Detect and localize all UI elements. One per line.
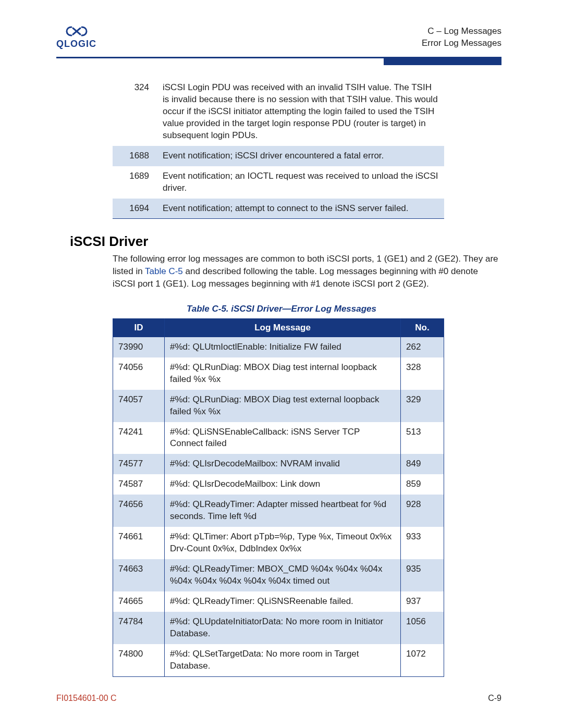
row-no: 928 — [401, 495, 444, 527]
header-right: C – Log Messages Error Log Messages — [422, 26, 501, 50]
page-number: C-9 — [488, 694, 501, 703]
header-chapter: C – Log Messages — [422, 26, 501, 38]
row-no: 262 — [401, 337, 444, 357]
row-no: 937 — [401, 591, 444, 612]
table-row: 1688Event notification; iSCSI driver enc… — [113, 146, 444, 166]
doc-number: FI0154601-00 C — [56, 694, 117, 703]
table-row: 74056#%d: QLRunDiag: MBOX Diag test inte… — [113, 357, 444, 390]
table-row: 1689Event notification; an IOCTL request… — [113, 166, 444, 199]
row-msg: #%d: QLTimer: Abort pTpb=%p, Type %x, Ti… — [165, 527, 401, 559]
row-msg: #%d: QLRunDiag: MBOX Diag test external … — [165, 390, 401, 422]
row-id: 74056 — [113, 357, 165, 390]
row-msg: #%d: QLSetTargetData: No more room in Ta… — [165, 644, 401, 676]
row-id: 73990 — [113, 337, 165, 357]
header-rule — [0, 57, 563, 65]
table-row: 73990#%d: QLUtmIoctlEnable: Initialize F… — [113, 337, 444, 357]
qlogic-logo-icon — [64, 25, 90, 38]
table-row: 74656#%d: QLReadyTimer: Adapter missed h… — [113, 495, 444, 527]
table-caption: Table C-5. iSCSI Driver—Error Log Messag… — [0, 304, 563, 314]
row-id: 74656 — [113, 495, 165, 527]
row-no: 328 — [401, 357, 444, 390]
logo-text: QLOGIC — [56, 39, 96, 50]
row-id: 324 — [113, 78, 158, 146]
col-no-header: No. — [401, 318, 444, 337]
table-row: 74661#%d: QLTimer: Abort pTpb=%p, Type %… — [113, 527, 444, 559]
row-msg: #%d: QLUpdateInitiatorData: No more room… — [165, 612, 401, 644]
table-link[interactable]: Table C-5 — [145, 266, 183, 276]
row-id: 74661 — [113, 527, 165, 559]
row-no: 933 — [401, 527, 444, 559]
row-id: 74587 — [113, 474, 165, 495]
col-id-header: ID — [113, 318, 165, 337]
row-id: 1694 — [113, 199, 158, 219]
row-msg: Event notification; iSCSI driver encount… — [158, 146, 444, 166]
table-row: 74800#%d: QLSetTargetData: No more room … — [113, 644, 444, 676]
table-row: 74057#%d: QLRunDiag: MBOX Diag test exte… — [113, 390, 444, 422]
row-no: 859 — [401, 474, 444, 495]
table-row: 74587#%d: QLIsrDecodeMailbox: Link down8… — [113, 474, 444, 495]
row-id: 74663 — [113, 559, 165, 591]
table-row: 74663#%d: QLReadyTimer: MBOX_CMD %04x %0… — [113, 559, 444, 591]
row-msg: Event notification; an IOCTL request was… — [158, 166, 444, 199]
row-no: 1056 — [401, 612, 444, 644]
table-row: 324iSCSI Login PDU was received with an … — [113, 78, 444, 146]
row-msg: #%d: QLReadyTimer: MBOX_CMD %04x %04x %0… — [165, 559, 401, 591]
row-id: 1689 — [113, 166, 158, 199]
row-msg: #%d: QLIsrDecodeMailbox: Link down — [165, 474, 401, 495]
row-id: 74784 — [113, 612, 165, 644]
table-header-row: ID Log Message No. — [113, 318, 444, 337]
col-msg-header: Log Message — [165, 318, 401, 337]
row-msg: #%d: QLIsrDecodeMailbox: NVRAM invalid — [165, 454, 401, 474]
row-id: 74800 — [113, 644, 165, 676]
table-row: 74665#%d: QLReadyTimer: QLiSNSReenable f… — [113, 591, 444, 612]
page-header: QLOGIC C – Log Messages Error Log Messag… — [0, 0, 563, 54]
rule-thick — [384, 57, 501, 65]
row-no: 935 — [401, 559, 444, 591]
table-row: 74577#%d: QLIsrDecodeMailbox: NVRAM inva… — [113, 454, 444, 474]
row-id: 74241 — [113, 422, 165, 454]
row-msg: #%d: QLReadyTimer: Adapter missed heartb… — [165, 495, 401, 527]
row-id: 74665 — [113, 591, 165, 612]
continuation-table: 324iSCSI Login PDU was received with an … — [113, 78, 444, 219]
row-msg: iSCSI Login PDU was received with an inv… — [158, 78, 444, 146]
error-log-table: ID Log Message No. 73990#%d: QLUtmIoctlE… — [113, 318, 444, 677]
row-msg: #%d: QLiSNSEnableCallback: iSNS Server T… — [165, 422, 401, 454]
row-msg: #%d: QLRunDiag: MBOX Diag test internal … — [165, 357, 401, 390]
page-footer: FI0154601-00 C C-9 — [56, 694, 501, 703]
row-no: 329 — [401, 390, 444, 422]
row-id: 1688 — [113, 146, 158, 166]
row-no: 513 — [401, 422, 444, 454]
logo: QLOGIC — [56, 25, 96, 50]
table-row: 74241#%d: QLiSNSEnableCallback: iSNS Ser… — [113, 422, 444, 454]
page: QLOGIC C – Log Messages Error Log Messag… — [0, 0, 563, 728]
row-no: 849 — [401, 454, 444, 474]
row-id: 74057 — [113, 390, 165, 422]
row-no: 1072 — [401, 644, 444, 676]
rule-thin — [56, 57, 384, 58]
table-row: 1694Event notification; attempt to conne… — [113, 199, 444, 219]
header-section: Error Log Messages — [422, 38, 501, 50]
row-msg: #%d: QLReadyTimer: QLiSNSReenable failed… — [165, 591, 401, 612]
row-msg: #%d: QLUtmIoctlEnable: Initialize FW fai… — [165, 337, 401, 357]
intro-paragraph: The following error log messages are com… — [113, 253, 501, 290]
table-row: 74784#%d: QLUpdateInitiatorData: No more… — [113, 612, 444, 644]
row-msg: Event notification; attempt to connect t… — [158, 199, 444, 219]
row-id: 74577 — [113, 454, 165, 474]
section-heading: iSCSI Driver — [70, 233, 563, 250]
